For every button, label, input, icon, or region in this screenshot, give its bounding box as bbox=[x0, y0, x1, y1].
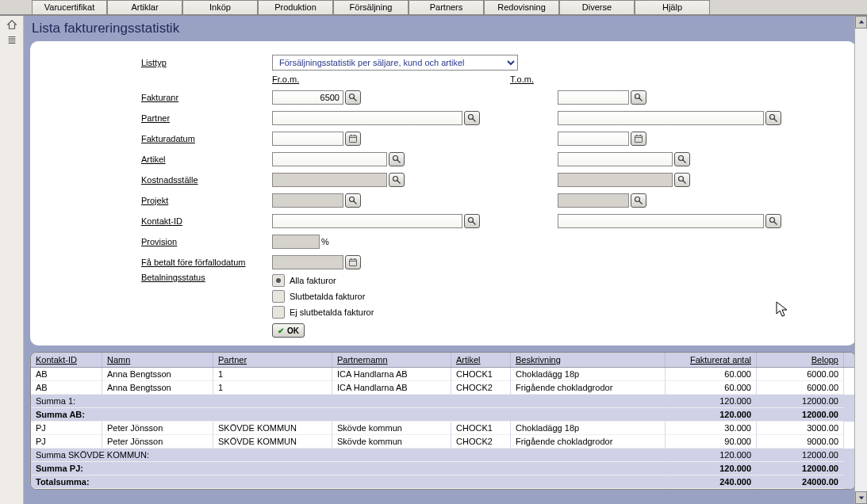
tab-partners[interactable]: Partners bbox=[409, 0, 484, 14]
lookup-icon[interactable] bbox=[674, 152, 690, 166]
tab-redovisning[interactable]: Redovisning bbox=[484, 0, 559, 14]
svg-point-22 bbox=[679, 177, 684, 181]
kontaktid-from-input[interactable] bbox=[272, 214, 462, 228]
svg-point-18 bbox=[679, 156, 684, 161]
calendar-icon[interactable] bbox=[345, 255, 361, 269]
listtyp-select[interactable]: Försäljningsstatistik per säljare, kund … bbox=[272, 55, 518, 71]
ok-button[interactable]: ✔ OK bbox=[272, 323, 305, 338]
col-beskrivning[interactable]: Beskrivning bbox=[511, 353, 666, 367]
ok-label: OK bbox=[287, 326, 299, 335]
table-row[interactable]: ABAnna Bengtsson1ICA Handlarna ABCHOCK1C… bbox=[31, 368, 855, 381]
lookup-icon[interactable] bbox=[631, 193, 646, 208]
artikel-to-input[interactable] bbox=[558, 152, 673, 166]
tab-produktion[interactable]: Produktion bbox=[258, 0, 333, 14]
svg-point-6 bbox=[770, 115, 775, 120]
svg-line-31 bbox=[774, 222, 777, 225]
lookup-icon[interactable] bbox=[345, 90, 361, 105]
tab-forsaljning[interactable]: Försäljning bbox=[333, 0, 409, 14]
list-icon[interactable] bbox=[0, 34, 23, 48]
scroll-down-icon[interactable] bbox=[855, 491, 867, 504]
col-fakturerat-antal[interactable]: Fakturerat antal bbox=[666, 353, 757, 367]
summary-label: Summa SKÖVDE KOMMUN: bbox=[31, 449, 666, 462]
svg-point-0 bbox=[350, 94, 355, 99]
col-namn[interactable]: Namn bbox=[102, 353, 213, 367]
cell: 90.000 bbox=[666, 435, 757, 449]
svg-point-2 bbox=[635, 94, 640, 99]
label-artikel: Artikel bbox=[141, 155, 272, 164]
calendar-icon[interactable] bbox=[345, 132, 361, 146]
lookup-icon[interactable] bbox=[345, 193, 361, 208]
tab-varucertifikat[interactable]: Varucertifikat bbox=[32, 0, 107, 14]
radio-label: Slutbetalda fakturor bbox=[290, 292, 365, 301]
lookup-icon[interactable] bbox=[765, 111, 781, 125]
svg-point-26 bbox=[635, 197, 640, 202]
tab-diverse[interactable]: Diverse bbox=[559, 0, 635, 14]
cell: CHOCK2 bbox=[451, 381, 511, 395]
cell: CHOCK1 bbox=[451, 368, 511, 381]
fa-betalt-input[interactable] bbox=[272, 255, 343, 269]
svg-point-16 bbox=[393, 156, 398, 161]
partner-from-input[interactable] bbox=[272, 111, 462, 125]
grid-header: Kontakt-ID Namn Partner Partnernamn Arti… bbox=[31, 353, 855, 368]
cell: 1 bbox=[213, 381, 332, 395]
table-row[interactable]: PJPeter JönssonSKÖVDE KOMMUNSkövde kommu… bbox=[31, 435, 855, 449]
fakturadatum-from-input[interactable] bbox=[272, 132, 343, 146]
lookup-icon[interactable] bbox=[389, 152, 405, 166]
artikel-from-input[interactable] bbox=[272, 152, 387, 166]
partner-to-input[interactable] bbox=[558, 111, 764, 125]
table-row[interactable]: ABAnna Bengtsson1ICA Handlarna ABCHOCK2F… bbox=[31, 381, 855, 395]
table-row[interactable]: PJPeter JönssonSKÖVDE KOMMUNSkövde kommu… bbox=[31, 422, 855, 435]
radio-label: Ej slutbetalda fakturor bbox=[290, 307, 374, 317]
cell: PJ bbox=[31, 435, 102, 449]
projekt-to-input[interactable] bbox=[558, 193, 629, 208]
home-icon[interactable] bbox=[0, 19, 23, 32]
col-partner[interactable]: Partner bbox=[213, 353, 332, 367]
cell: Peter Jönsson bbox=[102, 435, 213, 449]
col-partnernamn[interactable]: Partnernamn bbox=[332, 353, 451, 367]
fakturanr-to-input[interactable] bbox=[558, 90, 629, 105]
fakturanr-from-input[interactable] bbox=[272, 90, 343, 105]
summary-belopp: 12000.00 bbox=[757, 395, 844, 408]
radio-ej-slutbetalda[interactable]: Ej slutbetalda fakturor bbox=[272, 304, 374, 320]
summary-row: Summa 1:120.00012000.00 bbox=[31, 395, 855, 408]
lookup-icon[interactable] bbox=[765, 214, 781, 228]
summary-antal: 240.000 bbox=[666, 475, 757, 489]
summary-row: Summa AB:120.00012000.00 bbox=[31, 408, 855, 422]
summary-antal: 120.000 bbox=[666, 408, 757, 422]
col-kontaktid[interactable]: Kontakt-ID bbox=[31, 353, 102, 367]
lookup-icon[interactable] bbox=[464, 111, 480, 125]
vertical-scrollbar[interactable] bbox=[854, 16, 867, 504]
radio-slutbetalda[interactable]: Slutbetalda fakturor bbox=[272, 288, 374, 304]
tab-hjalp[interactable]: Hjälp bbox=[635, 0, 710, 14]
label-listtyp: Listtyp bbox=[141, 58, 272, 67]
fakturadatum-to-input[interactable] bbox=[558, 132, 629, 146]
col-artikel[interactable]: Artikel bbox=[451, 353, 511, 367]
provision-input[interactable] bbox=[272, 235, 320, 249]
cell: AB bbox=[31, 368, 102, 381]
cell: 6000.00 bbox=[757, 381, 844, 395]
summary-belopp: 12000.00 bbox=[757, 462, 844, 475]
svg-line-5 bbox=[473, 119, 476, 122]
tab-artiklar[interactable]: Artiklar bbox=[107, 0, 182, 14]
cell: PJ bbox=[31, 422, 102, 435]
main-menu-bar: Varucertifikat Artiklar Inköp Produktion… bbox=[0, 0, 867, 16]
kontaktid-to-input[interactable] bbox=[558, 214, 764, 228]
lookup-icon[interactable] bbox=[631, 90, 646, 105]
kostnadsstalle-from-input[interactable] bbox=[272, 173, 387, 187]
cell: Skövde kommun bbox=[332, 435, 451, 449]
cell: 1 bbox=[213, 368, 332, 381]
label-kontaktid: Kontakt-ID bbox=[141, 216, 272, 226]
lookup-icon[interactable] bbox=[674, 173, 690, 187]
projekt-from-input[interactable] bbox=[272, 193, 343, 208]
summary-row: Totalsumma:240.00024000.00 bbox=[31, 475, 855, 489]
col-belopp[interactable]: Belopp bbox=[757, 353, 844, 367]
calendar-icon[interactable] bbox=[631, 132, 646, 146]
lookup-icon[interactable] bbox=[464, 214, 480, 228]
radio-alla-fakturor[interactable]: Alla fakturor bbox=[272, 273, 374, 288]
tab-inkop[interactable]: Inköp bbox=[182, 0, 258, 14]
kostnadsstalle-to-input[interactable] bbox=[558, 173, 673, 187]
scroll-up-icon[interactable] bbox=[855, 16, 867, 29]
svg-line-17 bbox=[397, 160, 401, 163]
svg-line-7 bbox=[774, 119, 777, 122]
lookup-icon[interactable] bbox=[389, 173, 405, 187]
